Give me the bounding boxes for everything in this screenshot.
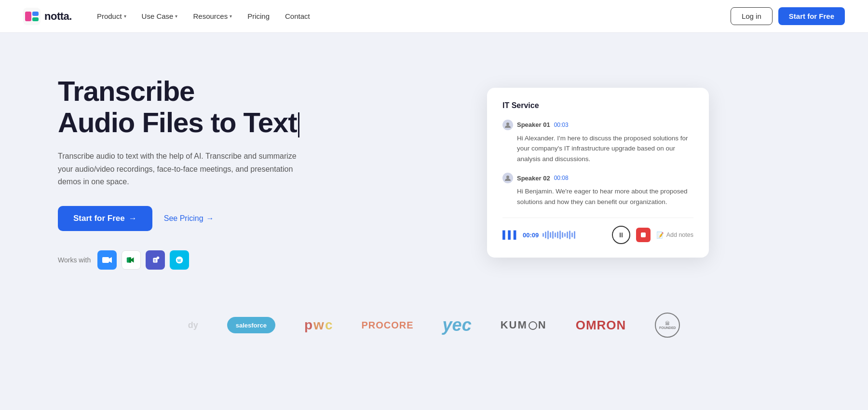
speaker-2-text: Hi Benjamin. We're eager to hear more ab… — [502, 186, 693, 207]
microsoft-teams-icon: T — [146, 250, 165, 270]
nav-item-resources[interactable]: Resources ▾ — [187, 8, 238, 24]
partner-omron: OMRON — [576, 318, 626, 333]
logo-text: notta. — [44, 10, 72, 23]
nav-item-pricing[interactable]: Pricing — [242, 8, 275, 24]
demo-controls: ▌▌▌ 00:09 ⏸ 📝 Add notes — [502, 218, 693, 244]
chevron-down-icon: ▾ — [175, 14, 177, 19]
hero-section: Transcribe Audio Files to Text Transcrib… — [0, 33, 868, 303]
svg-text:T: T — [154, 258, 156, 262]
hero-cta: Start for Free → See Pricing → — [58, 206, 338, 231]
speaker-1-name: Speaker 01 — [517, 121, 550, 128]
waveform-area: ▌▌▌ 00:09 — [502, 230, 606, 240]
add-notes-icon: 📝 — [656, 232, 664, 239]
speaker-1-text: Hi Alexander. I'm here to discuss the pr… — [502, 133, 693, 164]
speaker-2-avatar — [502, 173, 513, 183]
svg-point-13 — [506, 176, 509, 178]
partner-dy: dy — [188, 320, 198, 330]
speaker-2-time: 00:08 — [554, 175, 569, 181]
transcript-block-2: Speaker 02 00:08 Hi Benjamin. We're eage… — [502, 173, 693, 207]
svg-rect-1 — [25, 12, 31, 21]
hero-left: Transcribe Audio Files to Text Transcrib… — [58, 76, 338, 269]
add-notes[interactable]: 📝 Add notes — [656, 232, 693, 239]
stop-button[interactable] — [636, 228, 651, 242]
demo-card-title: IT Service — [502, 101, 693, 110]
chevron-down-icon: ▾ — [230, 14, 232, 19]
chevron-down-icon: ▾ — [124, 14, 126, 19]
navbar: notta. Product ▾ Use Case ▾ Resources ▾ — [0, 0, 868, 33]
nav-links: Product ▾ Use Case ▾ Resources ▾ Pricing — [91, 8, 316, 24]
logo[interactable]: notta. — [23, 8, 72, 25]
partner-procore: PROCORE — [361, 320, 413, 331]
start-free-button-hero[interactable]: Start for Free → — [58, 206, 152, 231]
integration-icons: T W — [97, 250, 189, 270]
nav-right: Log in Start for Free — [731, 7, 845, 25]
webex-icon: W — [170, 250, 189, 270]
works-with-label: Works with — [58, 256, 91, 264]
hero-description: Transcribe audio to text with the help o… — [58, 150, 299, 188]
svg-point-12 — [506, 123, 509, 125]
partner-university: 🏛 FOUNDED — [655, 313, 680, 338]
nav-item-product[interactable]: Product ▾ — [91, 8, 132, 24]
see-pricing-link[interactable]: See Pricing → — [164, 214, 214, 223]
works-with: Works with — [58, 250, 338, 270]
svg-rect-4 — [102, 257, 109, 263]
nav-item-usecase[interactable]: Use Case ▾ — [136, 8, 184, 24]
svg-point-9 — [157, 256, 160, 259]
waveform-icon: ▌▌▌ — [502, 231, 519, 239]
login-button[interactable]: Log in — [731, 7, 773, 25]
partner-yec: yec — [443, 315, 472, 335]
speaker-2-name: Speaker 02 — [517, 175, 550, 182]
pause-button[interactable]: ⏸ — [612, 226, 630, 244]
partner-kumon: KUMN — [501, 319, 547, 331]
playback-time: 00:09 — [523, 232, 539, 239]
nav-left: notta. Product ▾ Use Case ▾ Resources ▾ — [23, 8, 316, 25]
demo-card: IT Service Speaker 01 00:03 Hi Alexander… — [487, 88, 709, 258]
hero-title: Transcribe Audio Files to Text — [58, 76, 338, 138]
google-meet-icon — [122, 250, 141, 270]
transcript-block-1: Speaker 01 00:03 Hi Alexander. I'm here … — [502, 120, 693, 164]
waveform-bars — [542, 230, 575, 240]
partner-pwc: p w c — [304, 317, 332, 333]
logo-icon — [23, 8, 41, 25]
hero-right: IT Service Speaker 01 00:03 Hi Alexander… — [366, 88, 829, 258]
partner-salesforce: salesforce — [227, 317, 275, 333]
partners-section: dy salesforce p w c PROCORE yec KUMN OMR… — [0, 303, 868, 357]
nav-item-contact[interactable]: Contact — [279, 8, 316, 24]
svg-text:W: W — [177, 258, 181, 262]
speaker-row-1: Speaker 01 00:03 — [502, 120, 693, 130]
text-cursor — [298, 112, 299, 137]
speaker-1-avatar — [502, 120, 513, 130]
svg-rect-2 — [32, 12, 39, 16]
zoom-icon — [97, 250, 117, 270]
speaker-1-time: 00:03 — [554, 122, 569, 128]
svg-rect-3 — [32, 17, 39, 21]
start-free-button-nav[interactable]: Start for Free — [778, 7, 845, 25]
speaker-row-2: Speaker 02 00:08 — [502, 173, 693, 183]
svg-rect-6 — [129, 257, 132, 262]
